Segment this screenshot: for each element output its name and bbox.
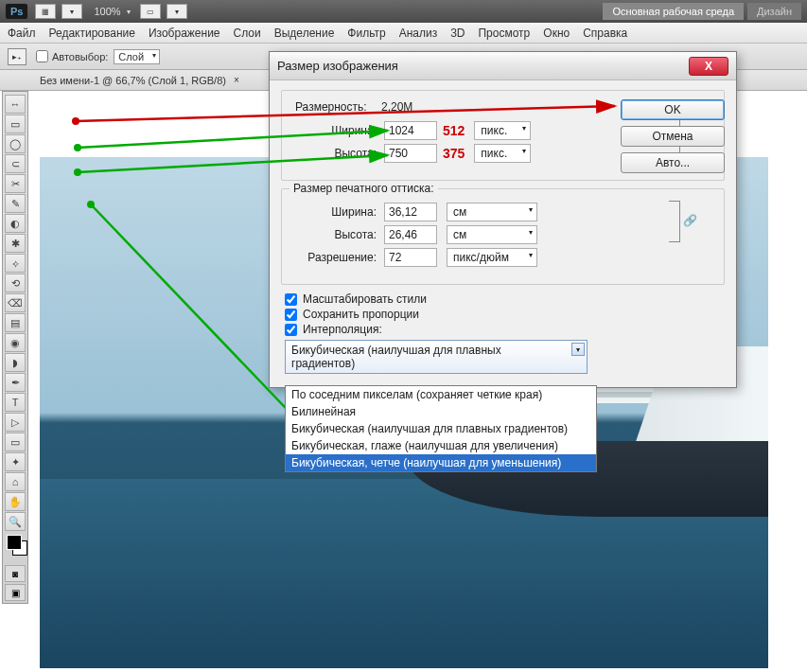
auto-select-target[interactable]: Слой xyxy=(114,49,160,64)
tool-lasso[interactable]: ◯ xyxy=(5,134,26,153)
interpolation-select[interactable]: Бикубическая (наилучшая для плавных град… xyxy=(285,340,588,374)
tool-stamp[interactable]: ⟡ xyxy=(5,254,26,273)
tool-hand[interactable]: ✋ xyxy=(5,492,26,511)
tool-path-select[interactable]: ▷ xyxy=(5,413,26,432)
print-size-group: Размер печатного оттиска: Ширина: 36,12 … xyxy=(281,188,725,285)
document-tab-title[interactable]: Без имени-1 @ 66,7% (Слой 1, RGB/8) xyxy=(40,75,226,86)
print-height-label: Высота: xyxy=(291,228,377,241)
dialog-title: Размер изображения xyxy=(277,59,689,73)
menu-filter[interactable]: Фильтр xyxy=(347,27,385,40)
interpolation-dropdown: По соседним пикселам (сохраняет четкие к… xyxy=(285,385,597,472)
tool-type[interactable]: T xyxy=(5,393,26,412)
menu-3d[interactable]: 3D xyxy=(450,27,465,40)
menu-view[interactable]: Просмотр xyxy=(478,27,530,40)
quick-mask-icon[interactable]: ◙ xyxy=(5,565,26,582)
tool-3d-camera[interactable]: ⌂ xyxy=(5,472,26,491)
resolution-unit[interactable]: пикс/дюйм xyxy=(447,248,537,267)
menu-edit[interactable]: Редактирование xyxy=(49,27,135,40)
dimensions-value: 2,20M xyxy=(381,100,412,114)
cancel-button[interactable]: Отмена xyxy=(621,126,725,147)
interpolation-value: Бикубическая (наилучшая для плавных град… xyxy=(291,344,501,370)
tool-eyedropper[interactable]: ✎ xyxy=(5,194,26,213)
menu-image[interactable]: Изображение xyxy=(149,27,220,40)
dimensions-label: Размерность: xyxy=(295,100,367,114)
print-height-input[interactable]: 26,46 xyxy=(384,225,437,244)
tool-3d[interactable]: ✦ xyxy=(5,452,26,471)
document-tab-close-icon[interactable]: × xyxy=(234,75,239,85)
extras-icon[interactable]: ▾ xyxy=(167,4,187,19)
bridge-icon[interactable]: ▦ xyxy=(35,4,56,19)
auto-button[interactable]: Авто... xyxy=(621,152,725,173)
pixel-height-unit[interactable]: пикс. xyxy=(474,144,531,163)
print-link-bracket xyxy=(669,201,680,242)
menu-select[interactable]: Выделение xyxy=(274,27,335,40)
zoom-dropdown-icon[interactable]: ▾ xyxy=(127,8,131,16)
tool-heal[interactable]: ◐ xyxy=(5,214,26,233)
tool-zoom[interactable]: 🔍 xyxy=(5,512,26,531)
doc-arrangement-icon[interactable]: ▾ xyxy=(61,4,82,19)
constrain-checkbox[interactable] xyxy=(285,309,297,321)
pixel-width-annotation: 512 xyxy=(443,123,465,138)
print-height-unit[interactable]: см xyxy=(447,225,537,244)
pixel-height-label: Высота: xyxy=(291,147,377,160)
ok-button[interactable]: OK xyxy=(621,99,725,120)
tool-history-brush[interactable]: ⟲ xyxy=(5,274,26,292)
resolution-label: Разрешение: xyxy=(291,251,377,264)
menu-file[interactable]: Файл xyxy=(8,27,36,40)
workspace-design-button[interactable]: Дизайн xyxy=(747,3,801,20)
print-link-icon[interactable]: 🔗 xyxy=(683,214,697,227)
menu-analysis[interactable]: Анализ xyxy=(399,27,438,40)
screen-mode-toggle-icon[interactable]: ▣ xyxy=(5,584,26,601)
tool-dodge[interactable]: ◗ xyxy=(5,353,26,372)
menu-window[interactable]: Окно xyxy=(543,27,570,40)
foreground-color-swatch[interactable] xyxy=(7,535,22,550)
menu-help[interactable]: Справка xyxy=(583,27,627,40)
pixel-width-label: Ширина: xyxy=(291,124,377,137)
tool-crop[interactable]: ✂ xyxy=(5,174,26,193)
workspace-main-button[interactable]: Основная рабочая среда xyxy=(603,3,744,20)
tool-marquee[interactable]: ▭ xyxy=(5,115,26,133)
interp-option-bilinear[interactable]: Билинейная xyxy=(286,403,596,420)
dialog-titlebar[interactable]: Размер изображения X xyxy=(270,52,736,80)
constrain-label: Сохранить пропорции xyxy=(303,308,419,321)
tool-shape[interactable]: ▭ xyxy=(5,433,26,451)
tool-eraser[interactable]: ⌫ xyxy=(5,293,26,312)
auto-select-label: Автовыбор: xyxy=(52,51,108,62)
tool-blur[interactable]: ◉ xyxy=(5,333,26,352)
interp-option-nearest[interactable]: По соседним пикселам (сохраняет четкие к… xyxy=(286,386,596,403)
print-width-label: Ширина: xyxy=(291,205,377,219)
tool-gradient[interactable]: ▤ xyxy=(5,313,26,332)
app-logo: Ps xyxy=(6,4,27,19)
print-width-unit[interactable]: см xyxy=(447,203,537,221)
tool-move[interactable]: ↔ xyxy=(5,95,26,114)
tool-brush[interactable]: ✱ xyxy=(5,234,26,253)
pixel-width-input[interactable]: 1024 xyxy=(384,121,437,140)
zoom-level[interactable]: 100% xyxy=(94,6,120,17)
image-size-dialog: Размер изображения X Размерность: 2,20M … xyxy=(269,51,737,388)
pixel-height-input[interactable]: 750 xyxy=(384,144,437,163)
current-tool-icon[interactable]: ▸₊ xyxy=(8,48,26,65)
pixel-width-unit[interactable]: пикс. xyxy=(474,121,531,140)
menu-layer[interactable]: Слои xyxy=(234,27,261,40)
scale-styles-checkbox[interactable] xyxy=(285,293,297,306)
print-group-label: Размер печатного оттиска: xyxy=(289,182,438,195)
interp-option-bicubic-smoother[interactable]: Бикубическая, глаже (наилучшая для увели… xyxy=(286,437,596,454)
menu-bar: Файл Редактирование Изображение Слои Выд… xyxy=(0,23,807,44)
interpolation-label: Интерполяция: xyxy=(303,323,382,336)
color-swatches[interactable] xyxy=(5,535,26,563)
resolution-input[interactable]: 72 xyxy=(384,248,437,267)
tool-pen[interactable]: ✒ xyxy=(5,373,26,392)
pixel-height-annotation: 375 xyxy=(443,146,465,161)
interpolation-checkbox[interactable] xyxy=(285,324,297,336)
toolbox: ↔ ▭ ◯ ⊂ ✂ ✎ ◐ ✱ ⟡ ⟲ ⌫ ▤ ◉ ◗ ✒ T ▷ ▭ ✦ ⌂ … xyxy=(2,91,28,604)
interp-option-bicubic-sharper[interactable]: Бикубическая, четче (наилучшая для умень… xyxy=(286,454,596,471)
auto-select-checkbox[interactable] xyxy=(36,50,48,62)
print-width-input[interactable]: 36,12 xyxy=(384,203,437,221)
app-bar: Ps ▦ ▾ 100% ▾ ▭ ▾ Основная рабочая среда… xyxy=(0,0,807,23)
interp-option-bicubic[interactable]: Бикубическая (наилучшая для плавных град… xyxy=(286,420,596,437)
screen-mode-icon[interactable]: ▭ xyxy=(140,4,161,19)
scale-styles-label: Масштабировать стили xyxy=(303,292,427,306)
tool-quick-select[interactable]: ⊂ xyxy=(5,154,26,173)
chevron-down-icon: ▾ xyxy=(571,343,585,356)
dialog-close-button[interactable]: X xyxy=(689,57,728,76)
